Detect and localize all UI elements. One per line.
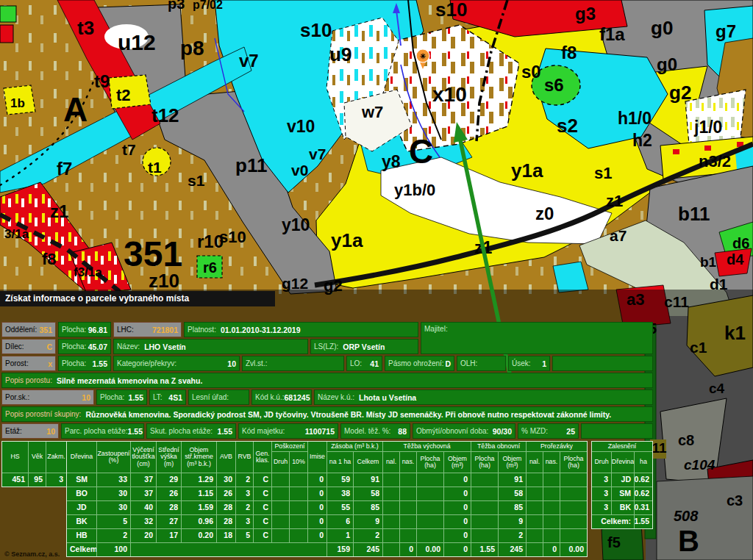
cell: 2 — [354, 529, 382, 542]
total-cell — [527, 543, 543, 556]
field-value: 721801 — [152, 326, 178, 334]
cell: 1.59 — [182, 501, 216, 514]
cell — [272, 487, 289, 500]
svg-text:✳: ✳ — [420, 52, 427, 60]
cell: 85 — [354, 501, 382, 514]
field-dilec: Dílec:C — [1, 339, 56, 354]
map-label: t2 — [116, 86, 131, 104]
field-mzd: % MZD:25 — [518, 423, 579, 439]
cell — [400, 501, 416, 514]
map-label: g0 — [651, 17, 673, 39]
field-label: Plocha: — [62, 342, 86, 351]
map-label: h2 — [632, 131, 652, 150]
map-label: v10 — [287, 117, 315, 136]
map-label: f1a — [599, 24, 625, 44]
field-lesni-urad: Lesní úřad: — [188, 390, 249, 405]
cell — [417, 515, 443, 528]
panel-row: Oddělení:351Plocha:96.81LHC:721801Platno… — [1, 322, 653, 337]
field-usek: Úsek:1 — [508, 356, 550, 371]
total-cell — [131, 543, 326, 556]
cell: 0.62 — [635, 487, 652, 500]
cell — [560, 473, 587, 487]
cell: 28 — [157, 501, 181, 514]
map-label: t1 — [148, 159, 162, 176]
cell: BO — [67, 487, 96, 500]
field-plocha-dilec: Plocha:45.07 — [58, 339, 111, 354]
map-label: h1/0 — [618, 109, 652, 128]
field-label: Popis porostní skupiny: — [5, 410, 81, 418]
map-label: t7 — [122, 141, 136, 158]
cell: JD — [612, 473, 634, 487]
field-obmyti: Obmýtí/obnovní doba:90/30 — [413, 423, 515, 439]
col-header: Zastoupení (%) — [97, 442, 130, 473]
field-value: 10 — [82, 393, 90, 402]
cell: 0 — [444, 487, 471, 500]
map-label: p3 — [168, 0, 185, 12]
field-label: Úsek: — [512, 359, 531, 367]
col-header: RVB — [236, 442, 253, 473]
map-label: y1a — [331, 229, 363, 251]
col-header: Gen. klas. — [254, 442, 271, 473]
col-subheader: nas. — [400, 452, 416, 473]
cell: 26 — [217, 487, 235, 500]
cell — [471, 487, 498, 500]
cell — [417, 501, 443, 514]
field-value: C — [46, 342, 52, 351]
col-subheader: Plocha (ha) — [417, 452, 443, 473]
cell: 2 — [97, 529, 130, 542]
col-subheader: na 1 ha — [327, 452, 353, 473]
cell — [290, 487, 307, 500]
info-tooltip-title: Získat informace o parcele vybraného mís… — [0, 291, 275, 306]
field-kod-majetku: Kód majetku:1100715 — [238, 423, 338, 439]
total-cell: 1.55 — [471, 543, 498, 556]
total-cell: 245 — [354, 543, 382, 556]
map-label: z0 — [535, 204, 554, 223]
field-label: Parc. plocha etáže: — [65, 427, 128, 435]
field-label: Porost: — [5, 359, 29, 367]
col-subheader: Druh — [592, 452, 611, 473]
cell: 1 — [327, 529, 353, 542]
cell: SM — [67, 473, 96, 487]
field-label: Popis porostu: — [5, 376, 52, 384]
cell — [290, 515, 307, 528]
field-value: x — [48, 359, 52, 368]
stand-table-zalesneni-block: ZalesněníDruhDřevinaha3JD0.623SM0.623BK0… — [591, 441, 653, 529]
map-label: y10 — [282, 215, 310, 234]
cell: 91 — [499, 473, 526, 487]
cell — [543, 473, 560, 487]
col-header-zakm: Zakm. — [46, 442, 66, 473]
field-label: Lesní úřad: — [192, 393, 229, 401]
field-label: LT: — [153, 393, 163, 401]
col-subheader: Celkem — [354, 452, 382, 473]
cell: 58 — [354, 487, 382, 500]
map-label: y8 — [382, 152, 401, 171]
cell: 0 — [308, 529, 326, 542]
field-value: 10 — [227, 359, 236, 368]
map-label: d4 — [727, 251, 744, 268]
map-label: a7 — [610, 227, 627, 244]
map-label: p7/02 — [193, 0, 223, 11]
cell: 0.31 — [635, 501, 652, 514]
col-header-hs: HS — [2, 442, 28, 473]
map-label: 1b — [10, 96, 25, 110]
field-value: 1.55 — [93, 359, 107, 368]
field-value: 41 — [370, 359, 379, 368]
cell — [543, 487, 560, 500]
cell: 17 — [157, 529, 181, 542]
cell — [400, 487, 416, 500]
col-subheader: 10% — [290, 452, 307, 473]
field-value: 351 — [39, 326, 52, 334]
col-subheader: Objem (m³) — [444, 452, 471, 473]
cell: 91 — [354, 473, 382, 487]
map-label: g0 — [657, 54, 677, 74]
col-group-header: Prořezávky — [527, 442, 587, 451]
map-label: x10 — [432, 83, 467, 106]
cell: C — [254, 515, 271, 528]
field-lt: LT:4S1 — [149, 390, 186, 405]
map-label: t12 — [151, 104, 179, 126]
total-cell: Celkem: — [67, 543, 96, 556]
field-value: 1 — [542, 359, 546, 368]
cell: 0 — [308, 501, 326, 514]
map-label: v7 — [239, 51, 259, 71]
col-group-header: Zásoba (m³ b.k.) — [327, 442, 382, 451]
